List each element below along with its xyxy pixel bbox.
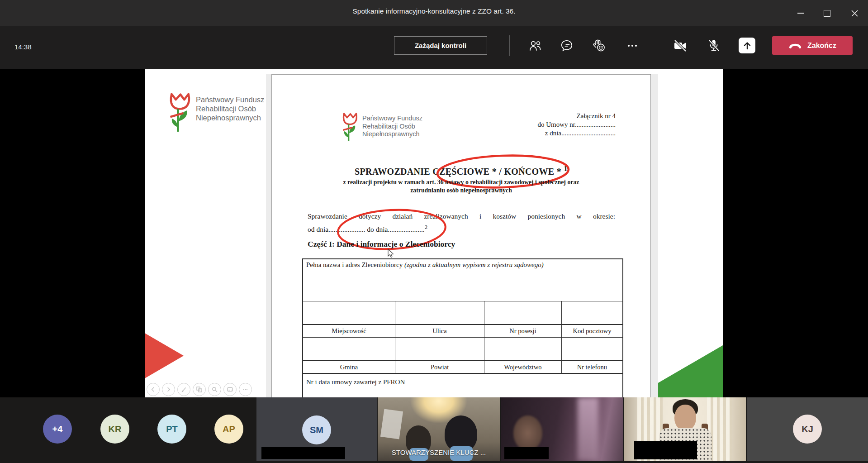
table-header-cell: Nr telefonu — [562, 361, 622, 373]
next-slide-button[interactable] — [162, 383, 175, 396]
participant-tile-sm[interactable]: SM — [256, 397, 377, 461]
slide-green-triangle — [658, 345, 723, 397]
maximize-button[interactable] — [816, 6, 837, 20]
participant-initials-kj: KJ — [793, 415, 822, 444]
toolbar-separator — [509, 35, 510, 56]
magnifier-icon — [212, 387, 218, 392]
table-row-contract: Nr i data umowy zawartej z PFRON — [303, 374, 622, 397]
document-page: Państwowy Fundusz Rehabilitacji Osób Nie… — [271, 74, 651, 397]
mic-toggle-button[interactable] — [704, 36, 724, 56]
attachment-reference: Załącznik nr 4 do Umowy nr..............… — [538, 112, 616, 138]
document-title-circled: CZĘŚCIOWE * / KOŃCOWE * — [432, 167, 561, 177]
participant-filmstrip: +4 KR PT AP SM STOWARZYSZENIE KLUCZ ... — [0, 397, 868, 463]
participant-tile-kj[interactable]: KJ — [747, 397, 868, 461]
minimize-icon — [797, 13, 804, 14]
attachment-number: Załącznik nr 4 — [538, 112, 616, 120]
participant-avatar-kr[interactable]: KR — [100, 415, 129, 444]
pen-tool-button[interactable] — [177, 383, 190, 396]
table-row-blank — [303, 338, 622, 361]
camera-off-icon — [673, 38, 688, 53]
redacted-name-bar — [261, 447, 345, 459]
mic-off-icon — [707, 38, 721, 53]
redacted-name-bar — [634, 441, 697, 459]
overflow-participants-avatar[interactable]: +4 — [43, 415, 72, 444]
request-control-button[interactable]: Zażądaj kontroli — [394, 36, 487, 55]
close-icon — [851, 10, 858, 17]
participant-initials-sm: SM — [302, 415, 331, 444]
window-title: Spotkanie informacyjno-konsultacyjne z Z… — [0, 7, 868, 15]
teams-meeting-window: Spotkanie informacyjno-konsultacyjne z Z… — [0, 0, 868, 463]
table-header-cell: Nr posesji — [484, 325, 562, 337]
participant-avatar-pt[interactable]: PT — [157, 415, 186, 444]
table-header-cell: Miejscowość — [303, 325, 395, 337]
people-icon — [528, 39, 542, 53]
zoom-slide-button[interactable] — [208, 383, 221, 396]
mouse-cursor — [388, 248, 394, 258]
participant-name-label: STOWARZYSZENIE KLUCZ ... — [378, 449, 500, 456]
participant-tile-stowarzyszenie[interactable]: STOWARZYSZENIE KLUCZ ... — [378, 397, 500, 461]
end-call-label: Zakończ — [807, 42, 836, 50]
slides-grid-icon — [196, 387, 202, 392]
camera-toggle-button[interactable] — [670, 36, 690, 56]
recipient-data-table: Pełna nazwa i adres Zleceniobiorcy (zgod… — [302, 258, 623, 397]
table-header-cell: Ulica — [395, 325, 484, 337]
see-all-slides-button[interactable] — [193, 383, 206, 396]
table-header-cell: Kod pocztowy — [562, 325, 622, 337]
section-heading: Część I: Dane i informacje o Zleceniobio… — [308, 239, 455, 249]
close-button[interactable] — [844, 6, 865, 20]
participant-avatar-ap[interactable]: AP — [214, 415, 243, 444]
screen-share-stage: Państwowy Fundusz Rehabilitacji Osób Nie… — [0, 69, 868, 397]
slide-red-triangle — [145, 333, 184, 378]
hangup-icon — [788, 42, 802, 50]
table-header-cell: Województwo — [484, 361, 562, 373]
report-period-paragraph: Sprawozdaniedotyczydziałańzrealizowanych… — [308, 211, 615, 235]
table-header-row: Gmina Powiat Województwo Nr telefonu — [303, 361, 622, 374]
subtitles-icon — [227, 387, 233, 392]
document-title-footnote: 1 — [564, 164, 568, 173]
shared-slide: Państwowy Fundusz Rehabilitacji Osób Nie… — [145, 69, 723, 397]
meeting-timer: 14:38 — [14, 43, 32, 51]
toolbar-separator — [657, 35, 657, 56]
document-title: SPRAWOZDANIE CZĘŚCIOWE * / KOŃCOWE * 1 — [272, 164, 650, 177]
report-period-line2: od dnia..................... do dnia....… — [308, 222, 615, 235]
pen-icon — [181, 387, 187, 392]
share-arrow-up-icon — [742, 40, 753, 51]
redacted-name-bar — [504, 447, 549, 459]
pfron-logo-icon — [341, 112, 360, 142]
more-options-button[interactable] — [622, 36, 642, 56]
more-options-icon — [242, 387, 248, 392]
pfron-logo-icon — [167, 91, 193, 133]
chat-button[interactable] — [557, 36, 577, 56]
participant-tile-video-4[interactable] — [624, 397, 746, 461]
more-presenter-options-button[interactable] — [239, 383, 252, 396]
meeting-toolbar: 14:38 Zażądaj kontroli — [0, 26, 868, 69]
subtitles-button[interactable] — [223, 383, 237, 396]
previous-slide-button[interactable] — [147, 383, 160, 396]
arrow-left-icon — [151, 387, 156, 392]
presenter-controls — [147, 383, 252, 396]
title-bar: Spotkanie informacyjno-konsultacyjne z Z… — [0, 0, 868, 26]
table-header-cell: Powiat — [395, 361, 484, 373]
table-header-row: Miejscowość Ulica Nr posesji Kod pocztow… — [303, 325, 622, 338]
participant-tile-video-3[interactable] — [501, 397, 623, 461]
raise-hand-icon — [592, 38, 607, 53]
minimize-button[interactable] — [790, 6, 811, 20]
pfron-logo-text: Państwowy Fundusz Rehabilitacji Osób Nie… — [196, 95, 264, 122]
chat-icon — [560, 39, 574, 53]
report-period-line1: Sprawozdaniedotyczydziałańzrealizowanych… — [308, 211, 615, 222]
pfron-logo-text: Państwowy Fundusz Rehabilitacji Osób Nie… — [362, 115, 422, 138]
end-call-button[interactable]: Zakończ — [772, 36, 853, 55]
more-options-icon — [626, 39, 639, 53]
attachment-contract-line: do Umowy nr........................ — [538, 120, 616, 129]
document-subtitle: z realizacji projektu w ramach art. 36 u… — [272, 178, 650, 194]
share-screen-button[interactable] — [739, 38, 755, 53]
arrow-right-icon — [166, 387, 171, 392]
reactions-button[interactable] — [589, 36, 609, 56]
table-row-blank — [303, 301, 622, 325]
attachment-date-line: z dnia................................ — [538, 129, 616, 138]
maximize-icon — [824, 10, 830, 17]
participants-button[interactable] — [525, 36, 545, 56]
table-row-full-name: Pełna nazwa i adres Zleceniobiorcy (zgod… — [303, 259, 622, 301]
table-header-cell: Gmina — [303, 361, 395, 373]
